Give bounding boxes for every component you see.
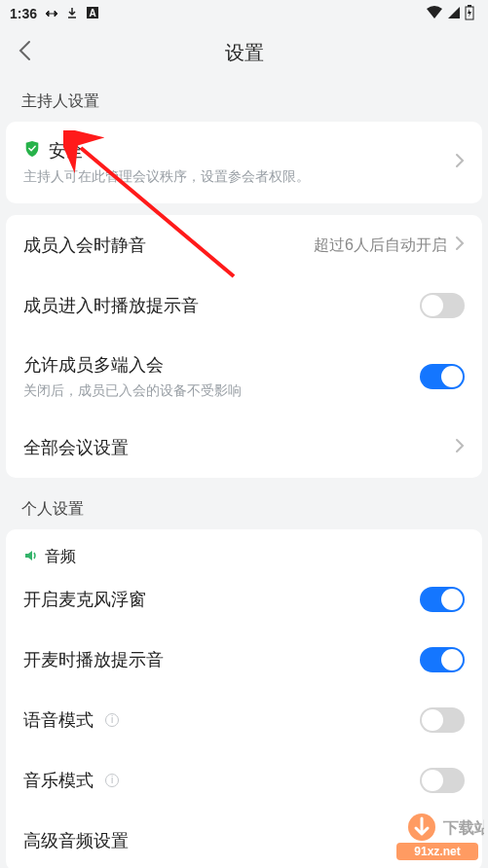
download-icon bbox=[66, 6, 78, 21]
chevron-right-icon bbox=[455, 235, 465, 256]
row-security[interactable]: 安全 主持人可在此管理会议秩序，设置参会者权限。 bbox=[23, 122, 465, 203]
status-time: 1:36 bbox=[10, 6, 37, 21]
row-all-meeting-settings[interactable]: 全部会议设置 bbox=[23, 417, 465, 478]
wifi-icon bbox=[426, 6, 443, 22]
multi-device-title: 允许成员多端入会 bbox=[23, 353, 164, 377]
toggle-sound-on-unmute[interactable] bbox=[420, 647, 465, 672]
chevron-left-icon bbox=[18, 40, 31, 61]
row-advanced-audio[interactable]: 高级音频设置 bbox=[23, 811, 465, 868]
back-button[interactable] bbox=[18, 40, 31, 65]
toggle-music-mode[interactable] bbox=[420, 768, 465, 793]
sync-icon bbox=[45, 6, 58, 21]
audio-header-label: 音频 bbox=[45, 547, 76, 567]
signal-icon bbox=[447, 6, 461, 22]
row-mic-float: 开启麦克风浮窗 bbox=[23, 569, 465, 630]
info-icon[interactable]: i bbox=[105, 774, 119, 787]
svg-rect-3 bbox=[468, 5, 471, 7]
status-bar: 1:36 A bbox=[0, 0, 488, 27]
toggle-multi-device[interactable] bbox=[420, 364, 465, 389]
audio-section-header: 音频 bbox=[23, 529, 465, 569]
row-sound-on-unmute: 开麦时播放提示音 bbox=[23, 630, 465, 690]
chevron-right-icon bbox=[455, 153, 465, 173]
toggle-mic-float[interactable] bbox=[420, 587, 465, 612]
row-multi-device: 允许成员多端入会 关闭后，成员已入会的设备不受影响 bbox=[23, 336, 465, 417]
mute-on-join-title: 成员入会时静音 bbox=[23, 234, 146, 257]
battery-icon bbox=[465, 5, 474, 23]
row-mute-on-join[interactable]: 成员入会时静音 超过6人后自动开启 bbox=[23, 215, 465, 275]
page-title: 设置 bbox=[0, 40, 488, 66]
page-header: 设置 bbox=[0, 27, 488, 78]
row-play-sound-on-enter: 成员进入时播放提示音 bbox=[23, 275, 465, 336]
advanced-audio-title: 高级音频设置 bbox=[23, 829, 129, 852]
security-title: 安全 bbox=[49, 139, 84, 163]
multi-device-subtitle: 关闭后，成员已入会的设备不受影响 bbox=[23, 382, 420, 400]
row-music-mode: 音乐模式i bbox=[23, 750, 465, 811]
section-label-host: 主持人设置 bbox=[0, 78, 488, 122]
row-voice-mode: 语音模式i bbox=[23, 690, 465, 750]
security-subtitle: 主持人可在此管理会议秩序，设置参会者权限。 bbox=[23, 168, 455, 186]
play-sound-on-enter-title: 成员进入时播放提示音 bbox=[23, 294, 199, 317]
voice-mode-title: 语音模式 bbox=[23, 708, 94, 732]
mic-float-title: 开启麦克风浮窗 bbox=[23, 588, 146, 611]
chevron-right-icon bbox=[455, 438, 465, 458]
a-box-icon: A bbox=[86, 6, 99, 22]
all-meeting-settings-title: 全部会议设置 bbox=[23, 436, 129, 459]
section-label-personal: 个人设置 bbox=[0, 478, 488, 529]
card-personal-audio: 音频 开启麦克风浮窗 开麦时播放提示音 语音模式i 音乐模式i 高级音频设置 bbox=[6, 529, 482, 868]
info-icon[interactable]: i bbox=[105, 713, 119, 727]
card-security: 安全 主持人可在此管理会议秩序，设置参会者权限。 bbox=[6, 122, 482, 203]
shield-icon bbox=[23, 140, 41, 163]
sound-on-unmute-title: 开麦时播放提示音 bbox=[23, 648, 164, 671]
music-mode-title: 音乐模式 bbox=[23, 769, 94, 792]
toggle-play-sound-on-enter[interactable] bbox=[420, 293, 465, 318]
mute-on-join-value: 超过6人后自动开启 bbox=[314, 235, 447, 256]
card-host-controls: 成员入会时静音 超过6人后自动开启 成员进入时播放提示音 允许成员多端入会 关闭… bbox=[6, 215, 482, 478]
speaker-icon bbox=[23, 548, 39, 567]
svg-text:A: A bbox=[89, 8, 95, 18]
toggle-voice-mode[interactable] bbox=[420, 707, 465, 733]
